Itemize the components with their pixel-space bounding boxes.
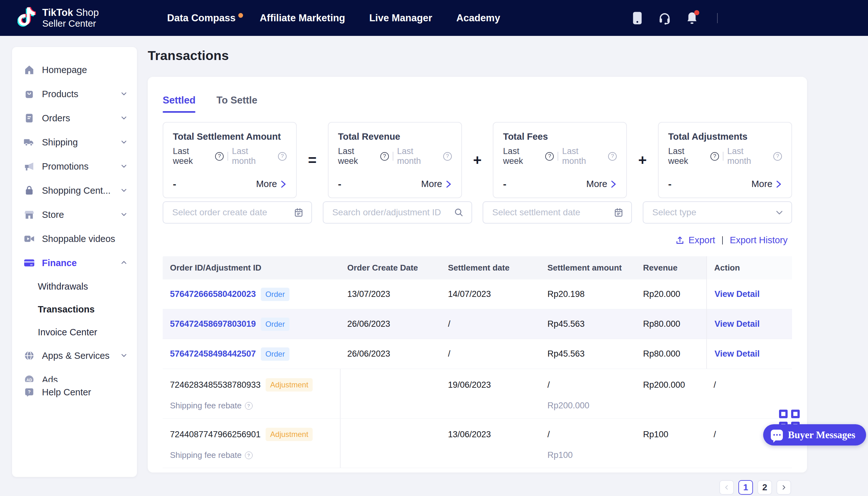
settlement-amount-cell: Rp200.000 xyxy=(636,380,706,390)
sidebar-pinned-footer: ?Help Center xyxy=(12,382,137,477)
order-id-link[interactable]: 576472458697803019Order xyxy=(163,317,340,331)
adjustment-sub-amount: Rp100 xyxy=(540,450,636,460)
settlement-date-cell: / xyxy=(540,430,636,439)
help-question-icon[interactable]: ? xyxy=(215,152,224,161)
mobile-app-icon[interactable] xyxy=(631,12,644,25)
nav-item-affiliate-marketing[interactable]: Affiliate Marketing xyxy=(260,12,345,24)
export-history-button[interactable]: Export History xyxy=(730,235,788,246)
pagination-page-2[interactable]: 2 xyxy=(758,480,772,495)
notifications-bell-icon[interactable] xyxy=(685,12,699,25)
table-row: 576472458498442507Order26/06/2023/Rp45.5… xyxy=(163,339,792,369)
more-link[interactable]: More xyxy=(421,179,452,189)
order-id-link[interactable]: 576472666580420023Order xyxy=(163,288,340,301)
sidebar-item-apps-services[interactable]: Apps & Services xyxy=(12,344,137,368)
chevron-down-icon xyxy=(120,185,127,196)
formula-operator: + xyxy=(462,122,493,198)
more-link[interactable]: More xyxy=(256,179,287,189)
action-cell xyxy=(340,419,441,468)
sidebar-item-transactions[interactable]: Transactions xyxy=(12,298,137,321)
calendar-icon xyxy=(613,207,624,218)
period-last-month[interactable]: Last month xyxy=(727,146,770,166)
sidebar-item-invoice-center[interactable]: Invoice Center xyxy=(12,321,137,344)
order-create-date-cell: 19/06/2023 xyxy=(441,380,540,390)
pagination-next-button[interactable] xyxy=(777,480,791,495)
tab-settled[interactable]: Settled xyxy=(163,95,195,113)
action-cell: View Detail xyxy=(706,279,792,309)
nav-item-live-manager[interactable]: Live Manager xyxy=(369,12,432,24)
formula-operator: + xyxy=(627,122,658,198)
table-row: 7246283485538780933Adjustment19/06/2023/… xyxy=(163,369,792,419)
nav-item-data-compass[interactable]: Data Compass xyxy=(167,12,235,24)
help-question-icon[interactable]: ? xyxy=(545,152,554,161)
sidebar-item-store[interactable]: Store xyxy=(12,203,137,227)
sidebar-item-shipping[interactable]: Shipping xyxy=(12,130,137,154)
summary-card-total-settlement-amount: Total Settlement AmountLast week?Last mo… xyxy=(163,122,297,198)
period-last-month[interactable]: Last month xyxy=(397,146,439,166)
filter-placeholder: Select settlement date xyxy=(492,207,613,218)
tab-underline xyxy=(216,111,257,113)
nav-item-academy[interactable]: Academy xyxy=(456,12,500,24)
help-question-icon[interactable]: ? xyxy=(380,152,389,161)
sidebar-item-products[interactable]: Products xyxy=(12,82,137,106)
period-last-week[interactable]: Last week xyxy=(173,146,211,166)
sidebar-item-homepage[interactable]: Homepage xyxy=(12,58,137,82)
sidebar-item-shopping-cent[interactable]: Shopping Cent... xyxy=(12,179,137,203)
tiktok-shop-seller-center-logo[interactable]: TikTok Shop Seller Center xyxy=(17,7,99,30)
promotions-megaphone-icon xyxy=(24,161,35,172)
pagination-page-1[interactable]: 1 xyxy=(738,480,753,495)
shoppable-videos-icon xyxy=(24,233,35,245)
view-detail-link[interactable]: View Detail xyxy=(715,289,760,299)
sidebar-item-orders[interactable]: Orders xyxy=(12,106,137,130)
sidebar-item-finance[interactable]: Finance xyxy=(12,251,137,275)
filter-select-type[interactable]: Select type xyxy=(643,201,792,223)
order-create-date-cell: 26/06/2023 xyxy=(340,349,441,359)
sidebar-item-label: Shoppable videos xyxy=(42,234,127,244)
sidebar-item-shoppable-videos[interactable]: Shoppable videos xyxy=(12,227,137,251)
nav-menu: Data CompassAffiliate MarketingLive Mana… xyxy=(167,12,500,24)
adjustment-type-badge: Adjustment xyxy=(265,378,313,391)
pagination: 12 xyxy=(719,480,791,495)
sidebar-item-help-center[interactable]: ?Help Center xyxy=(12,382,137,402)
sidebar-item-promotions[interactable]: Promotions xyxy=(12,154,137,179)
help-question-icon[interactable]: ? xyxy=(245,402,253,409)
period-last-week[interactable]: Last week xyxy=(668,146,706,166)
pagination-prev-button[interactable] xyxy=(719,480,734,495)
more-link[interactable]: More xyxy=(586,179,617,189)
tab-to-settle[interactable]: To Settle xyxy=(216,95,257,113)
support-headset-icon[interactable] xyxy=(658,12,671,25)
logo-brand: TikTok xyxy=(42,7,73,18)
sidebar-item-label: Invoice Center xyxy=(38,327,127,338)
period-last-week[interactable]: Last week xyxy=(503,146,542,166)
help-question-icon[interactable]: ? xyxy=(773,152,782,161)
view-detail-link[interactable]: View Detail xyxy=(715,319,760,329)
revenue-cell: Rp80.000 xyxy=(636,319,706,329)
buyer-messages-button[interactable]: Buyer Messages xyxy=(763,424,866,446)
upload-icon xyxy=(675,236,685,245)
help-question-icon[interactable]: ? xyxy=(608,152,617,161)
period-last-month[interactable]: Last month xyxy=(562,146,604,166)
help-question-icon[interactable]: ? xyxy=(245,452,253,459)
period-last-week[interactable]: Last week xyxy=(338,146,377,166)
filter-select-order-create-date[interactable]: Select order create date xyxy=(163,201,312,223)
view-detail-link[interactable]: View Detail xyxy=(715,349,760,359)
period-last-month[interactable]: Last month xyxy=(232,146,274,166)
filter-search-order-adjustment-id[interactable]: Search order/adjustment ID xyxy=(323,201,472,223)
help-question-icon[interactable]: ? xyxy=(278,152,287,161)
more-link[interactable]: More xyxy=(751,179,782,189)
export-button[interactable]: Export xyxy=(675,235,715,246)
help-question-icon[interactable]: ? xyxy=(711,152,719,161)
summary-card-title: Total Revenue xyxy=(338,131,452,142)
sidebar-item-label: Finance xyxy=(42,258,120,268)
logo-seller-center: Seller Center xyxy=(42,18,99,29)
period-divider xyxy=(723,152,724,161)
order-id-link[interactable]: 576472458498442507Order xyxy=(163,347,340,361)
chevron-down-icon xyxy=(120,137,127,148)
filter-select-settlement-date[interactable]: Select settlement date xyxy=(483,201,632,223)
order-type-badge: Order xyxy=(261,288,289,301)
adjustment-reason: Shipping fee rebate? xyxy=(163,401,340,410)
revenue-cell: / xyxy=(706,380,792,390)
help-question-icon[interactable]: ? xyxy=(443,152,452,161)
sidebar-menu: HomepageProductsOrdersShippingPromotions… xyxy=(12,47,137,392)
sidebar-item-withdrawals[interactable]: Withdrawals xyxy=(12,275,137,298)
settlement-amount-cell: Rp45.563 xyxy=(540,319,636,329)
